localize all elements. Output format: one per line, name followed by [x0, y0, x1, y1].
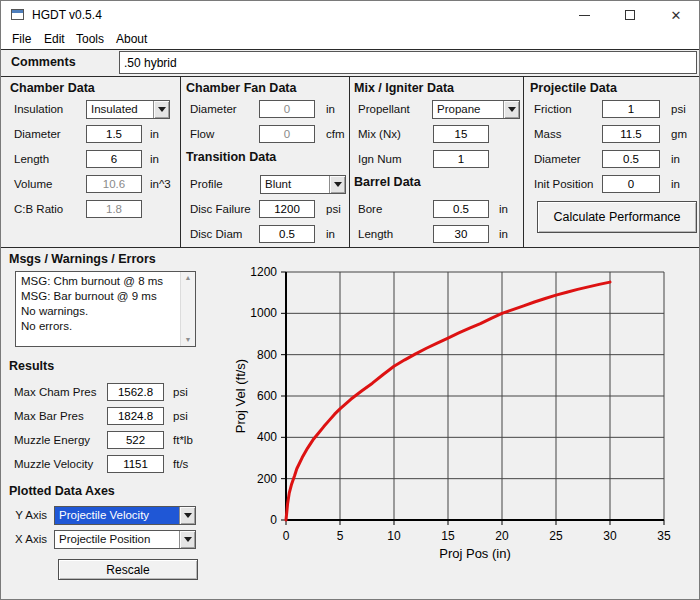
- disc-diam-input[interactable]: [259, 225, 315, 243]
- rescale-button[interactable]: Rescale: [58, 559, 198, 580]
- barrel-length-input[interactable]: [433, 225, 489, 243]
- svg-text:800: 800: [257, 348, 277, 362]
- field-label: Propellant: [358, 100, 410, 119]
- results-title: Results: [9, 359, 54, 373]
- max-cham-pres-output: [107, 383, 164, 401]
- svg-text:1200: 1200: [250, 265, 277, 279]
- fan-flow-input[interactable]: [259, 125, 315, 143]
- unit-label: psi: [173, 407, 188, 426]
- section-title: Barrel Data: [354, 175, 421, 189]
- field-insulation: Insulation Insulated: [9, 100, 175, 120]
- field-label: Length: [358, 225, 393, 244]
- muzzle-velocity-output: [107, 455, 164, 473]
- field-fan-diameter: Diameter in: [185, 100, 345, 120]
- field-bore: Bore in: [353, 200, 519, 220]
- svg-text:5: 5: [337, 529, 344, 543]
- messages-listbox[interactable]: MSG: Chm burnout @ 8 ms MSG: Bar burnout…: [15, 271, 196, 347]
- field-friction: Friction psi: [529, 100, 697, 120]
- mass-input[interactable]: [602, 125, 660, 143]
- app-icon: [11, 9, 24, 20]
- message-line: No errors.: [17, 319, 178, 334]
- result-max-bar-pres: Max Bar Pres psi: [1, 407, 231, 427]
- svg-text:20: 20: [495, 529, 509, 543]
- ign-num-input[interactable]: [433, 150, 489, 168]
- unit-label: in: [499, 200, 508, 219]
- chevron-down-icon[interactable]: [179, 507, 195, 524]
- friction-input[interactable]: [602, 100, 660, 118]
- svg-text:0: 0: [283, 529, 290, 543]
- selected-value: Insulated: [87, 101, 153, 118]
- scroll-down-icon[interactable]: ▼: [181, 334, 195, 346]
- svg-text:200: 200: [257, 472, 277, 486]
- field-label: Diameter: [190, 100, 237, 119]
- profile-select[interactable]: Blunt: [260, 175, 346, 194]
- insulation-select[interactable]: Insulated: [86, 100, 170, 119]
- x-axis-select[interactable]: Projectile Position: [54, 530, 196, 549]
- chamber-length-input[interactable]: [86, 150, 142, 168]
- menu-file[interactable]: File: [9, 31, 34, 47]
- minimize-button[interactable]: [561, 1, 607, 29]
- chevron-down-icon[interactable]: [329, 176, 345, 193]
- comments-input[interactable]: [119, 51, 697, 74]
- svg-text:10: 10: [387, 529, 401, 543]
- chevron-down-icon[interactable]: [153, 101, 169, 118]
- calculate-performance-button[interactable]: Calculate Performance: [537, 201, 697, 233]
- velocity-position-chart: 05101520253035020040060080010001200Proj …: [231, 251, 700, 600]
- menu-about[interactable]: About: [113, 31, 150, 47]
- window-title: HGDT v0.5.4: [32, 8, 102, 22]
- field-label: Volume: [14, 175, 52, 194]
- close-button[interactable]: ✕: [653, 1, 699, 29]
- section-title: Mix / Igniter Data: [354, 81, 454, 95]
- chamber-fan-transition-section: Chamber Fan Data Diameter in Flow cfm Tr…: [185, 77, 345, 247]
- field-profile: Profile Blunt: [185, 175, 345, 195]
- propellant-select[interactable]: Propane: [432, 100, 520, 119]
- proj-diameter-input[interactable]: [602, 150, 660, 168]
- y-axis-select[interactable]: Projectile Velocity: [54, 506, 196, 525]
- fan-diameter-input[interactable]: [259, 100, 315, 118]
- maximize-icon: [625, 10, 635, 20]
- result-muzzle-velocity: Muzzle Velocity ft/s: [1, 455, 231, 475]
- bore-input[interactable]: [433, 200, 489, 218]
- cb-ratio-output: [86, 200, 142, 218]
- menu-bar: File Edit Tools About: [1, 29, 699, 49]
- scroll-up-icon[interactable]: ▲: [181, 272, 195, 284]
- maximize-button[interactable]: [607, 1, 653, 29]
- menu-edit[interactable]: Edit: [41, 31, 68, 47]
- chevron-down-icon[interactable]: [179, 531, 195, 548]
- projectile-data-section: Projectile Data Friction psi Mass gm Dia…: [529, 77, 697, 247]
- field-label: Insulation: [14, 100, 63, 119]
- selected-value: Propane: [433, 101, 503, 118]
- init-position-input[interactable]: [602, 175, 660, 193]
- field-label: X Axis: [1, 530, 47, 549]
- comments-label: Comments: [11, 55, 76, 69]
- svg-text:Proj Vel (ft/s): Proj Vel (ft/s): [233, 359, 248, 433]
- menu-tools[interactable]: Tools: [73, 31, 107, 47]
- field-label: Init Position: [534, 175, 593, 194]
- chevron-down-icon[interactable]: [503, 101, 519, 118]
- app-window: HGDT v0.5.4 ✕ File Edit Tools About Comm…: [0, 0, 700, 600]
- field-label: Mass: [534, 125, 561, 144]
- max-bar-pres-output: [107, 407, 164, 425]
- selected-value: Blunt: [261, 176, 329, 193]
- disc-failure-input[interactable]: [259, 200, 315, 218]
- unit-label: in: [326, 100, 335, 119]
- messages-title: Msgs / Warnings / Errors: [9, 252, 156, 266]
- message-line: No warnings.: [17, 304, 178, 319]
- mix-igniter-barrel-section: Mix / Igniter Data Propellant Propane Mi…: [353, 77, 519, 247]
- minimize-icon: [579, 15, 590, 16]
- field-label: Max Bar Pres: [14, 407, 84, 426]
- field-label: Muzzle Velocity: [14, 455, 93, 474]
- field-ign-num: Ign Num: [353, 150, 519, 170]
- unit-label: in^3: [150, 175, 171, 194]
- svg-text:0: 0: [270, 513, 277, 527]
- chamber-diameter-input[interactable]: [86, 125, 142, 143]
- svg-text:Proj Pos (in): Proj Pos (in): [439, 546, 511, 561]
- unit-label: in: [150, 125, 159, 144]
- field-label: Diameter: [534, 150, 581, 169]
- field-label: Flow: [190, 125, 214, 144]
- messages-scrollbar[interactable]: ▲ ▼: [180, 272, 195, 346]
- mix-nx-input[interactable]: [433, 125, 489, 143]
- svg-text:600: 600: [257, 389, 277, 403]
- field-label: Friction: [534, 100, 572, 119]
- message-line: MSG: Bar burnout @ 9 ms: [17, 289, 178, 304]
